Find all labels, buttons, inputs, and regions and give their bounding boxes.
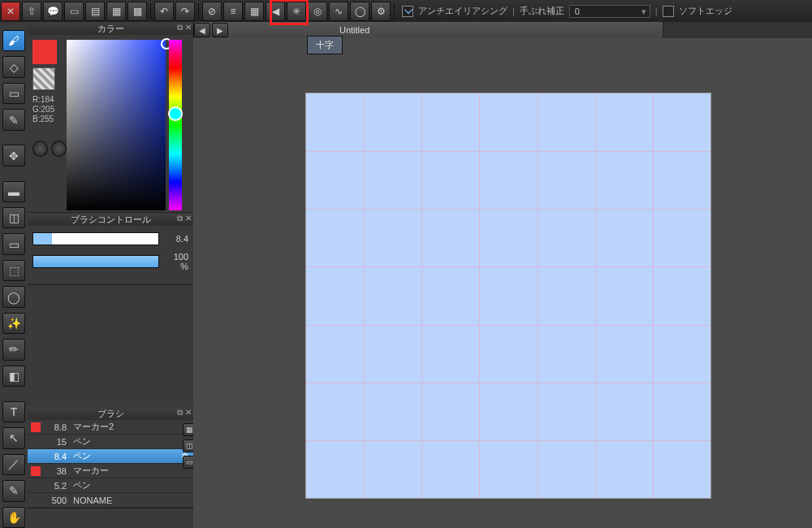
- concentric-icon[interactable]: ◎: [308, 2, 327, 21]
- pen-tool-icon[interactable]: ✏: [2, 339, 25, 360]
- brush-size: 38: [44, 466, 67, 476]
- document-canvas[interactable]: [305, 93, 711, 499]
- brush-swatch: [31, 466, 41, 476]
- grid-line: [306, 325, 710, 326]
- background-swatch[interactable]: [32, 67, 55, 90]
- gradient-tool-icon[interactable]: ▭: [2, 233, 25, 254]
- brush-dup-icon[interactable]: ◫: [183, 439, 194, 452]
- popout-icon[interactable]: ⧉: [177, 214, 183, 223]
- rgb-g: G:205: [32, 105, 67, 115]
- grid-line: [364, 93, 365, 498]
- popout-icon[interactable]: ⧉: [177, 23, 183, 32]
- rgb-r: R:184: [32, 95, 67, 105]
- nodraw-icon[interactable]: ⊘: [202, 2, 222, 21]
- brush-panel: ブラシ ⧉✕ 8.8マーカー215ペン8.4ペン✲38マーカー5.2ペン500N…: [28, 407, 193, 509]
- color-panel-body: R:184 G:205 B:255: [28, 35, 193, 212]
- close-icon[interactable]: ✕: [1, 2, 20, 21]
- brush-size: 500: [44, 496, 67, 505]
- brush-tool-icon[interactable]: 🖌: [2, 30, 25, 51]
- radial-icon[interactable]: ✳: [287, 2, 306, 21]
- undo-icon[interactable]: ↶: [154, 2, 174, 21]
- tab-prev-icon[interactable]: ◀: [194, 23, 210, 37]
- brush-size: 8.8: [44, 422, 67, 432]
- shape-tool-icon[interactable]: ▭: [2, 83, 25, 104]
- canvas-area[interactable]: [193, 38, 812, 528]
- brush-row[interactable]: 38マーカー: [28, 464, 193, 478]
- tooltip: 十字: [307, 36, 343, 54]
- size-slider[interactable]: [32, 232, 159, 245]
- comment-icon[interactable]: 💬: [43, 2, 63, 21]
- eyedropper-icon[interactable]: ✎: [2, 480, 25, 501]
- panels-icon[interactable]: ▦: [106, 2, 126, 21]
- stabilizer-dropdown[interactable]: 0: [569, 5, 650, 18]
- rect-select-icon[interactable]: ▬: [2, 181, 25, 202]
- brush-control-body: 8.4 100 %: [28, 226, 193, 284]
- text-tool-icon[interactable]: T: [2, 401, 25, 422]
- opacity-value: 100 %: [164, 252, 188, 271]
- brush-row[interactable]: 5.2ペン: [28, 478, 193, 493]
- crosshatch-icon[interactable]: ▦: [244, 2, 264, 21]
- move-tool-icon[interactable]: ✥: [2, 145, 25, 166]
- line-tool-icon[interactable]: ／: [2, 454, 25, 475]
- brush-name: NONAME: [73, 496, 112, 505]
- grid-line: [595, 93, 596, 498]
- hand-tool-icon[interactable]: ✋: [2, 507, 25, 528]
- settings-icon[interactable]: ⚙: [371, 2, 391, 21]
- palette-icon[interactable]: [32, 141, 48, 157]
- brush-name: マーカー: [73, 465, 109, 477]
- brush-control-panel: ブラシコントロール ⧉✕ 8.4 100 %: [28, 213, 193, 285]
- parallel-lines-icon[interactable]: ≡: [223, 2, 243, 21]
- tab-buttons: ◀ ▶: [193, 22, 229, 38]
- lasso-icon[interactable]: ◯: [2, 286, 25, 307]
- opacity-slider[interactable]: [32, 255, 159, 268]
- hue-slider[interactable]: [169, 40, 182, 210]
- softedge-checkbox[interactable]: [663, 6, 674, 17]
- brush-swatch: [31, 437, 41, 447]
- fill-tool-icon[interactable]: ✎: [2, 109, 25, 130]
- panel-title: ブラシ: [97, 408, 124, 420]
- brush-row[interactable]: 500NONAME: [28, 493, 193, 508]
- brush-del-icon[interactable]: ▭: [183, 456, 194, 469]
- sv-picker[interactable]: [67, 40, 166, 210]
- redo-icon[interactable]: ↷: [175, 2, 195, 21]
- brush-row[interactable]: 15ペン: [28, 435, 193, 449]
- foreground-swatch[interactable]: [32, 40, 57, 64]
- vanishing-icon[interactable]: ◀: [266, 2, 285, 21]
- antialias-checkbox[interactable]: [402, 6, 413, 17]
- upload-icon[interactable]: ⇧: [22, 2, 41, 21]
- curve-icon[interactable]: ∿: [329, 2, 348, 21]
- eraser-tool-icon[interactable]: ◇: [2, 56, 25, 77]
- brush-swatch: [31, 496, 41, 505]
- document-tab[interactable]: Untitled: [193, 22, 663, 38]
- close-panel-icon[interactable]: ✕: [185, 408, 192, 418]
- close-panel-icon[interactable]: ✕: [185, 214, 192, 223]
- erase2-icon[interactable]: ◧: [2, 366, 25, 387]
- note-icon[interactable]: ▭: [64, 2, 84, 21]
- tab-next-icon[interactable]: ▶: [212, 23, 228, 37]
- popout-icon[interactable]: ⧉: [177, 408, 183, 418]
- brush-row[interactable]: 8.4ペン✲: [28, 449, 193, 464]
- pointer-tool-icon[interactable]: ↖: [2, 427, 25, 448]
- ellipse-ruler-icon[interactable]: ◯: [350, 2, 369, 21]
- brush-control-header: ブラシコントロール ⧉✕: [28, 213, 193, 226]
- grid-line: [479, 93, 480, 498]
- grid-toggle-icon[interactable]: ▩: [127, 2, 147, 21]
- grid-line: [421, 93, 422, 498]
- separator: [198, 3, 199, 19]
- wheel-icon[interactable]: [51, 141, 67, 157]
- spacer: [3, 392, 24, 396]
- wand-icon[interactable]: ✨: [2, 313, 25, 334]
- grid-line: [306, 383, 710, 383]
- swatch-column: R:184 G:205 B:255: [28, 35, 67, 212]
- size-value: 8.4: [164, 234, 188, 244]
- brush-row[interactable]: 8.8マーカー2: [28, 420, 193, 435]
- close-panel-icon[interactable]: ✕: [185, 23, 192, 32]
- separator: [394, 3, 395, 19]
- brush-size: 8.4: [44, 452, 67, 461]
- color-panel: カラー ⧉✕ R:184 G:205 B:255: [28, 22, 193, 213]
- brush-add-icon[interactable]: ▦: [183, 423, 194, 436]
- marquee-icon[interactable]: ⬚: [2, 260, 25, 281]
- transform-icon[interactable]: ◫: [2, 207, 25, 228]
- panel-title: ブラシコントロール: [71, 214, 151, 226]
- document-icon[interactable]: ▤: [85, 2, 105, 21]
